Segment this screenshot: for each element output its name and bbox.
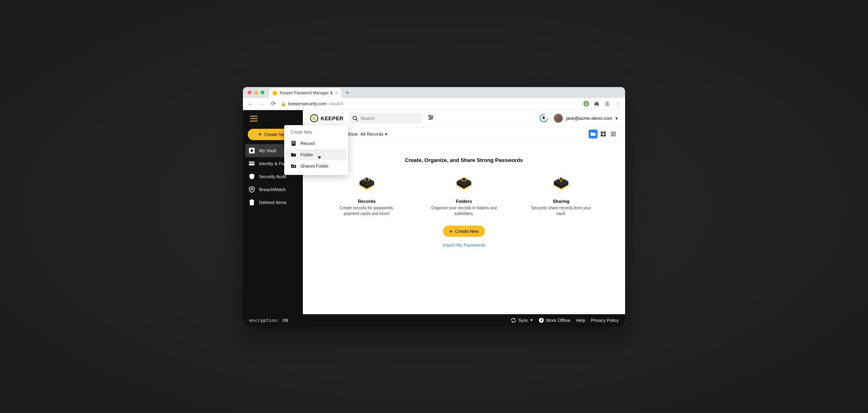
sidebar-item-deleted[interactable]: Deleted Items	[243, 196, 303, 209]
records-icon	[353, 173, 381, 193]
extension-icon[interactable]	[583, 100, 589, 107]
svg-line-19	[356, 119, 358, 121]
svg-rect-33	[611, 136, 616, 136]
card-title: Sharing	[553, 199, 570, 204]
extension-icons: ⋮	[583, 100, 621, 107]
avatar-icon	[554, 114, 563, 123]
search-icon	[352, 115, 358, 121]
breachwatch-icon	[249, 186, 255, 193]
app-header: KEEPER jane@acme-demo.com ▾	[303, 110, 625, 127]
dropdown-item-shared-folder[interactable]: Shared Folder	[286, 160, 347, 172]
card-sharing: Sharing Securely share records from your…	[527, 173, 596, 217]
sync-label: Sync	[518, 318, 528, 323]
search-box[interactable]	[349, 113, 422, 123]
show-filter[interactable]: Show: All Records ▾	[347, 132, 387, 137]
maximize-window-icon[interactable]	[261, 91, 264, 94]
view-list-button[interactable]	[609, 130, 618, 138]
filter-icon[interactable]	[428, 114, 434, 122]
chevron-down-icon: ▾	[385, 132, 387, 137]
chevron-down-icon: ▾	[615, 116, 618, 121]
brand-logo: KEEPER	[310, 114, 343, 122]
view-grid-button[interactable]	[599, 130, 608, 138]
quick-start-icon[interactable]	[539, 114, 548, 123]
folder-icon	[291, 152, 296, 158]
svg-rect-11	[249, 163, 255, 164]
dropdown-item-label: Folder	[300, 152, 313, 157]
profile-icon[interactable]	[604, 100, 611, 107]
logo-icon	[310, 114, 318, 122]
dropdown-item-folder[interactable]: Folder	[286, 149, 347, 160]
sidebar-item-label: My Vault	[259, 148, 276, 153]
dropdown-item-label: Record	[300, 141, 315, 146]
svg-rect-15	[251, 199, 253, 200]
forward-button[interactable]: →	[258, 100, 266, 107]
brand-name: KEEPER	[321, 115, 343, 121]
card-desc: Securely share records from your vault.	[527, 205, 596, 217]
create-new-dropdown: Create New Record Folder Shared Folder ➤	[284, 125, 348, 175]
folders-icon	[450, 173, 478, 193]
card-title: Folders	[456, 199, 472, 204]
content-filter-bar: Show: All Records ▾	[303, 127, 625, 142]
view-folder-button[interactable]	[589, 130, 598, 138]
dropdown-title: Create New	[286, 128, 347, 138]
svg-rect-29	[601, 134, 603, 136]
dropdown-item-record[interactable]: Record	[286, 138, 347, 149]
card-folders: Folders Organize your records in folders…	[430, 173, 498, 217]
encryption-status: encryption: ON	[249, 318, 288, 323]
card-desc: Create records for passwords, payment ca…	[332, 205, 401, 217]
svg-point-9	[251, 149, 253, 152]
sharing-icon	[547, 173, 575, 193]
sidebar-item-label: BreachWatch	[259, 187, 286, 192]
record-icon	[291, 141, 296, 146]
svg-rect-32	[611, 134, 616, 134]
url-bar: ← → ⟳ 🔒 keepersecurity.com/vault/# ⋮	[243, 98, 625, 110]
svg-rect-28	[604, 132, 606, 134]
feature-cards: Records Create records for passwords, pa…	[332, 173, 596, 217]
work-offline-button[interactable]: Work Offline	[538, 317, 570, 323]
svg-point-50	[562, 178, 564, 180]
privacy-link[interactable]: Privacy Policy	[591, 318, 619, 323]
svg-rect-30	[604, 134, 606, 136]
svg-rect-17	[313, 116, 314, 120]
address-field[interactable]: 🔒 keepersecurity.com/vault/#	[281, 101, 579, 106]
close-window-icon[interactable]	[248, 91, 251, 94]
svg-point-23	[429, 115, 430, 117]
sidebar-item-label: Deleted Items	[259, 200, 287, 205]
sidebar-item-label: Security Audit	[259, 174, 286, 179]
back-button[interactable]: ←	[247, 100, 254, 107]
url-host: keepersecurity.com	[288, 101, 327, 106]
browser-menu-icon[interactable]: ⋮	[615, 100, 621, 107]
svg-rect-7	[250, 121, 257, 121]
main-content: KEEPER jane@acme-demo.com ▾ Show:	[303, 110, 625, 314]
show-label: Show:	[347, 132, 359, 136]
url-path: /vault/#	[329, 101, 343, 106]
sync-icon	[511, 317, 516, 323]
card-desc: Organize your records in folders and sub…	[430, 205, 498, 217]
svg-rect-55	[292, 143, 295, 143]
svg-point-24	[432, 117, 433, 118]
svg-point-18	[353, 116, 357, 120]
reload-button[interactable]: ⟳	[270, 100, 277, 107]
empty-title: Create, Organize, and Share Strong Passw…	[405, 157, 523, 163]
svg-point-2	[585, 103, 587, 104]
help-link[interactable]: Help	[576, 318, 585, 323]
svg-point-51	[560, 180, 562, 182]
sidebar-item-breachwatch[interactable]: BreachWatch	[243, 183, 303, 196]
hamburger-icon[interactable]	[250, 116, 303, 123]
vault-icon	[249, 147, 255, 154]
browser-window: Keeper Password Manager & × + ← → ⟳ 🔒 ke…	[243, 87, 625, 326]
extensions-menu-icon[interactable]	[594, 100, 600, 107]
import-passwords-link[interactable]: Import My Passwords	[443, 243, 485, 247]
show-value: All Records	[361, 132, 383, 136]
account-menu[interactable]: jane@acme-demo.com ▾	[554, 114, 618, 123]
sync-button[interactable]: Sync ▾	[511, 317, 532, 323]
search-input[interactable]	[360, 116, 419, 121]
svg-rect-14	[249, 200, 254, 201]
plus-icon: +	[449, 228, 453, 234]
shared-folder-icon	[291, 163, 296, 169]
svg-point-49	[559, 178, 560, 180]
chevron-down-icon: ▾	[530, 317, 533, 323]
svg-point-25	[430, 119, 431, 120]
create-new-center-button[interactable]: + Create New	[443, 226, 485, 237]
minimize-window-icon[interactable]	[254, 91, 258, 94]
